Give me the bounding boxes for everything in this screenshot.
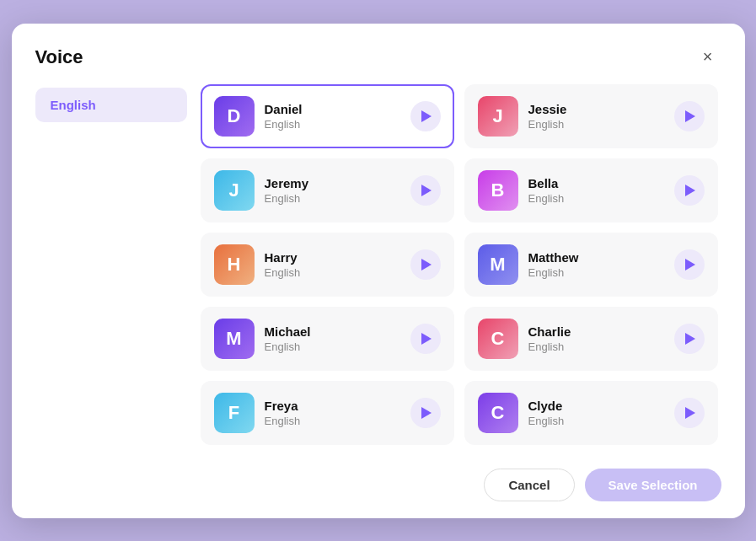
play-button-bella[interactable] bbox=[674, 175, 705, 206]
modal-footer: Cancel Save Selection bbox=[12, 455, 745, 518]
voice-info-matthew: Matthew English bbox=[528, 250, 664, 279]
avatar-michael: M bbox=[214, 319, 255, 359]
modal-header: Voice × bbox=[12, 24, 745, 84]
close-button[interactable]: × bbox=[694, 44, 721, 71]
avatar-matthew: M bbox=[478, 244, 518, 285]
voice-info-charlie: Charlie English bbox=[528, 324, 664, 353]
play-button-michael[interactable] bbox=[410, 324, 441, 354]
voice-lang-matthew: English bbox=[528, 266, 664, 279]
voice-info-jessie: Jessie English bbox=[528, 102, 664, 131]
voice-card-clyde[interactable]: C Clyde English bbox=[464, 381, 718, 445]
voice-name-bella: Bella bbox=[528, 176, 664, 190]
voice-name-jessie: Jessie bbox=[528, 102, 664, 116]
play-button-daniel[interactable] bbox=[410, 101, 441, 131]
voice-name-harry: Harry bbox=[265, 250, 400, 265]
avatar-jeremy: J bbox=[214, 170, 255, 211]
voice-info-freya: Freya English bbox=[265, 399, 400, 427]
avatar-harry: H bbox=[214, 244, 255, 285]
voice-info-harry: Harry English bbox=[265, 250, 400, 279]
play-button-harry[interactable] bbox=[410, 249, 441, 280]
avatar-clyde: C bbox=[478, 393, 518, 433]
voice-card-harry[interactable]: H Harry English bbox=[201, 233, 454, 297]
modal-title: Voice bbox=[35, 46, 83, 68]
cancel-button[interactable]: Cancel bbox=[484, 469, 574, 501]
voice-name-michael: Michael bbox=[265, 324, 400, 339]
voice-name-matthew: Matthew bbox=[528, 250, 664, 265]
voice-lang-clyde: English bbox=[528, 415, 664, 427]
voice-lang-harry: English bbox=[265, 266, 400, 279]
voice-lang-daniel: English bbox=[265, 118, 400, 131]
play-button-matthew[interactable] bbox=[674, 249, 705, 280]
voice-info-michael: Michael English bbox=[265, 324, 400, 353]
voice-card-jeremy[interactable]: J Jeremy English bbox=[201, 158, 454, 222]
voice-card-jessie[interactable]: J Jessie English bbox=[464, 84, 718, 148]
voice-name-freya: Freya bbox=[265, 399, 400, 413]
voice-card-bella[interactable]: B Bella English bbox=[464, 158, 718, 222]
voice-lang-jeremy: English bbox=[265, 192, 400, 205]
play-button-jeremy[interactable] bbox=[410, 175, 441, 206]
voice-name-charlie: Charlie bbox=[528, 324, 664, 339]
modal-overlay: Voice × English D Daniel English bbox=[0, 0, 756, 541]
voice-lang-bella: English bbox=[528, 192, 664, 205]
voice-lang-charlie: English bbox=[528, 340, 664, 353]
voices-grid: D Daniel English J Jessie English bbox=[201, 84, 721, 455]
voice-info-clyde: Clyde English bbox=[528, 399, 664, 427]
voice-card-daniel[interactable]: D Daniel English bbox=[201, 84, 454, 148]
voice-name-jeremy: Jeremy bbox=[265, 176, 400, 190]
voice-modal: Voice × English D Daniel English bbox=[12, 24, 745, 518]
play-button-jessie[interactable] bbox=[674, 101, 705, 131]
voice-lang-michael: English bbox=[265, 340, 400, 353]
voice-info-daniel: Daniel English bbox=[265, 102, 400, 131]
sidebar: English bbox=[35, 84, 187, 455]
voice-card-matthew[interactable]: M Matthew English bbox=[464, 233, 718, 297]
avatar-daniel: D bbox=[214, 96, 255, 137]
voice-name-daniel: Daniel bbox=[265, 102, 400, 116]
play-button-freya[interactable] bbox=[410, 398, 441, 428]
voice-card-freya[interactable]: F Freya English bbox=[201, 381, 454, 445]
avatar-bella: B bbox=[478, 170, 518, 211]
avatar-jessie: J bbox=[478, 96, 518, 137]
voice-lang-freya: English bbox=[265, 415, 400, 427]
avatar-freya: F bbox=[214, 393, 255, 433]
save-selection-button[interactable]: Save Selection bbox=[585, 469, 721, 501]
voice-info-jeremy: Jeremy English bbox=[265, 176, 400, 205]
play-button-clyde[interactable] bbox=[674, 398, 705, 428]
voice-name-clyde: Clyde bbox=[528, 399, 664, 413]
voice-card-michael[interactable]: M Michael English bbox=[201, 307, 454, 371]
voice-card-charlie[interactable]: C Charlie English bbox=[464, 307, 718, 371]
voice-lang-jessie: English bbox=[528, 118, 664, 131]
sidebar-item-label: English bbox=[51, 98, 96, 112]
modal-body: English D Daniel English J bbox=[12, 84, 745, 455]
play-button-charlie[interactable] bbox=[674, 324, 705, 354]
avatar-charlie: C bbox=[478, 319, 518, 359]
sidebar-item-english[interactable]: English bbox=[35, 88, 187, 122]
voice-info-bella: Bella English bbox=[528, 176, 664, 205]
